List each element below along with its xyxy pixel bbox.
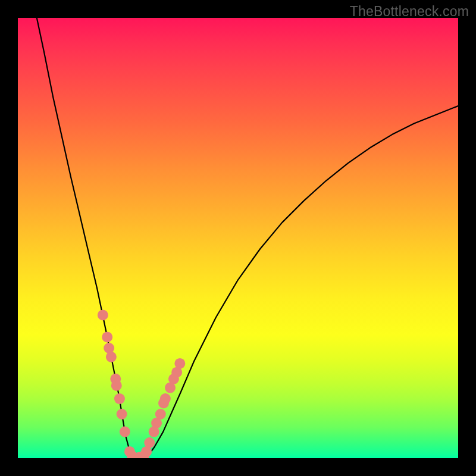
curve-marker [102,332,112,343]
curve-marker [155,409,166,419]
bottleneck-curve-path [37,18,458,458]
bottleneck-curve-svg [18,18,458,458]
attribution-text: TheBottleneck.com [350,4,469,20]
marker-group [98,310,186,459]
chart-frame: TheBottleneck.com [0,0,476,476]
curve-marker [174,358,185,369]
curve-marker [144,437,155,448]
curve-marker [114,393,125,404]
curve-marker [98,310,108,321]
plot-area [18,18,458,458]
curve-marker [160,393,171,404]
curve-marker [111,380,122,391]
curve-marker [106,352,117,362]
curve-marker [117,409,127,419]
curve-marker [120,427,130,437]
